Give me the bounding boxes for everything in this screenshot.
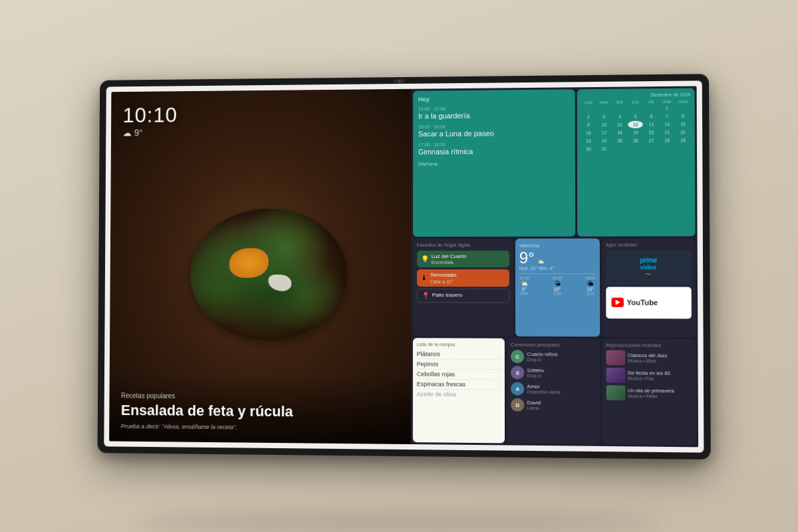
- calendar-day-17[interactable]: 17: [597, 129, 612, 136]
- connections-widget[interactable]: Conexiones principales C Cuarto niños Dr…: [507, 338, 600, 444]
- calendar-day-22[interactable]: 22: [676, 128, 691, 136]
- shopping-item-3[interactable]: Cebollas rojas: [417, 370, 501, 380]
- calendar-widget[interactable]: Diciembre de 2024 LUNMARMIÉJUEVIESÁBDOM …: [577, 88, 695, 237]
- amazon-smile: 〜: [640, 271, 656, 278]
- recent-item-1[interactable]: De fiesta en los 80 Música • Pop: [606, 368, 692, 383]
- weather-temp: 9°: [519, 250, 535, 266]
- schedule-item-2[interactable]: 16:00 · 18:08 Sacar a Luna de paseo: [418, 124, 569, 138]
- app-prime-video[interactable]: prime video 〜: [606, 250, 692, 285]
- weather-location: Valencia: [519, 242, 596, 248]
- weather-icon: ⛅: [537, 259, 544, 265]
- schedule-item-3[interactable]: 17:00 · 18:00 Gimnasia rítmica: [418, 142, 570, 156]
- calendar-day-12[interactable]: 12: [628, 121, 643, 128]
- calendar-day-header: MIÉ: [612, 100, 628, 104]
- calendar-day-6[interactable]: 6: [644, 112, 659, 120]
- smarthome-widget[interactable]: Favoritos de Hogar digital 💡 Luz del Cua…: [413, 239, 513, 337]
- calendar-day-10[interactable]: 10: [597, 121, 612, 128]
- connection-item-3[interactable]: D David Llama: [511, 398, 596, 412]
- calendar-day-4[interactable]: 4: [612, 113, 628, 120]
- smarthome-title: Favoritos de Hogar digital: [417, 243, 509, 247]
- weather-slot-3: 18:00 🌥 10° 12%: [585, 276, 595, 295]
- conn-avatar-0: C: [511, 350, 524, 363]
- calendar-day-7[interactable]: 7: [660, 112, 675, 120]
- calendar-day-30[interactable]: 30: [581, 146, 597, 153]
- calendar-day-header: SÁB: [660, 100, 675, 104]
- calendar-day-5[interactable]: 5: [628, 113, 643, 120]
- calendar-day-8[interactable]: 8: [676, 112, 691, 120]
- calendar-day-26[interactable]: 26: [628, 137, 643, 144]
- conn-info-2: Amor Dispositivo Alexa: [527, 384, 595, 395]
- calendar-day-28[interactable]: 28: [660, 137, 675, 144]
- recipe-hint: Prueba a decir: "Alexa, enséñame la rece…: [121, 423, 399, 432]
- calendar-day-3[interactable]: 3: [597, 113, 612, 120]
- calendar-day-24[interactable]: 24: [597, 138, 612, 145]
- schedule-time-3: 17:00 · 18:00: [418, 142, 570, 148]
- app-youtube[interactable]: YouTube: [606, 287, 692, 319]
- calendar-empty: [581, 105, 596, 112]
- recipe-category: Recetas populares: [121, 392, 399, 401]
- weather-forecast: 12:00 ⛅ 9° 20% 15:00 🌤 10° 15%: [519, 273, 596, 295]
- camera-notch: [393, 79, 405, 83]
- camera-lens: [398, 79, 401, 82]
- prime-video-label: prime: [640, 257, 656, 264]
- connection-item-1[interactable]: S Sótano Drop.in: [511, 366, 596, 380]
- clock-overlay: 10:10 ☁ 9°: [122, 103, 178, 138]
- youtube-play-icon: [611, 298, 623, 307]
- conn-avatar-3: D: [511, 398, 524, 412]
- recent-item-2[interactable]: Un día de primavera Música • Relax: [606, 386, 692, 401]
- frame-mat: 10:10 ☁ 9° Recetas populares Ensalada de…: [104, 80, 704, 452]
- calendar-day-31[interactable]: 31: [597, 146, 612, 153]
- weather-widget[interactable]: Valencia 9° ⛅ Nub. 10° Mín. 4° 12:00: [515, 238, 599, 336]
- smarthome-thermostat-sub: Calor a 22°: [430, 279, 457, 284]
- smarthome-item-light[interactable]: 💡 Luz del Cuarto Encendida: [417, 251, 509, 268]
- calendar-day-11[interactable]: 11: [612, 121, 628, 128]
- recipe-overlay[interactable]: Recetas populares Ensalada de feta y rúc…: [109, 372, 410, 444]
- shopping-item-5[interactable]: Aceite de oliva: [417, 390, 501, 400]
- calendar-month: Diciembre de 2024: [581, 92, 690, 98]
- schedule-widget[interactable]: Hoy 15:00 · 15:38 Ir a la guardería 16:0…: [413, 89, 575, 236]
- calendar-day-header: MAR: [597, 100, 612, 104]
- conn-info-3: David Llama: [527, 400, 596, 411]
- recent-info-2: Un día de primavera Música • Relax: [628, 388, 692, 399]
- smarthome-item-thermostat[interactable]: 🌡 Termostato Calor a 22°: [417, 269, 509, 287]
- calendar-day-2[interactable]: 2: [581, 113, 596, 120]
- calendar-day-13[interactable]: 13: [644, 121, 659, 128]
- calendar-day-9[interactable]: 9: [581, 121, 596, 128]
- calendar-day-header: VIE: [644, 100, 659, 104]
- shopping-widget[interactable]: Lista de la compra Plátanos Pepinos Cebo…: [412, 338, 505, 443]
- recent-item-0[interactable]: Clásicos del Jazz Música • Miles: [606, 350, 692, 366]
- calendar-day-16[interactable]: 16: [581, 130, 597, 137]
- calendar-day-29[interactable]: 29: [676, 137, 691, 144]
- calendar-day-20[interactable]: 20: [644, 129, 659, 136]
- schedule-title-1: Ir a la guardería: [418, 110, 569, 120]
- calendar-day-15[interactable]: 15: [676, 120, 691, 128]
- calendar-day-18[interactable]: 18: [612, 129, 628, 136]
- recent-sub-1: Música • Pop: [628, 376, 692, 382]
- apps-widget[interactable]: Apps recientes prime video 〜: [601, 238, 696, 337]
- recent-thumb-2: [606, 386, 625, 401]
- shopping-item-2[interactable]: Pepinos: [417, 360, 501, 370]
- conn-status-1: Drop.in: [527, 374, 595, 379]
- smarthome-item-patio[interactable]: 📍 Patio trasero: [417, 289, 509, 303]
- calendar-day-14[interactable]: 14: [660, 120, 675, 128]
- calendar-day-23[interactable]: 23: [581, 138, 597, 145]
- calendar-day-25[interactable]: 25: [612, 137, 628, 144]
- shopping-item-1[interactable]: Plátanos: [417, 350, 501, 360]
- shopping-item-4[interactable]: Espinacas frescas: [417, 380, 501, 390]
- conn-name-0: Cuarto niños: [527, 351, 595, 358]
- connection-item-2[interactable]: A Amor Dispositivo Alexa: [511, 382, 596, 396]
- calendar-day-19[interactable]: 19: [628, 129, 643, 136]
- recent-widget[interactable]: Reproducciones recientes Clásicos del Ja…: [602, 339, 696, 446]
- echo-show-screen: 10:10 ☁ 9° Recetas populares Ensalada de…: [109, 86, 698, 447]
- schedule-item-1[interactable]: 15:00 · 15:38 Ir a la guardería: [418, 105, 569, 120]
- connection-item-0[interactable]: C Cuarto niños Drop.in: [511, 350, 596, 364]
- calendar-day-27[interactable]: 27: [644, 137, 659, 144]
- calendar-day-1[interactable]: 1: [660, 104, 675, 112]
- youtube-triangle: [615, 300, 620, 305]
- calendar-empty: [628, 104, 643, 112]
- calendar-day-21[interactable]: 21: [660, 129, 675, 136]
- salad-bowl: [177, 188, 360, 360]
- conn-avatar-1: S: [511, 366, 524, 379]
- patio-icon: 📍: [422, 292, 430, 299]
- recent-sub-2: Música • Relax: [628, 394, 692, 399]
